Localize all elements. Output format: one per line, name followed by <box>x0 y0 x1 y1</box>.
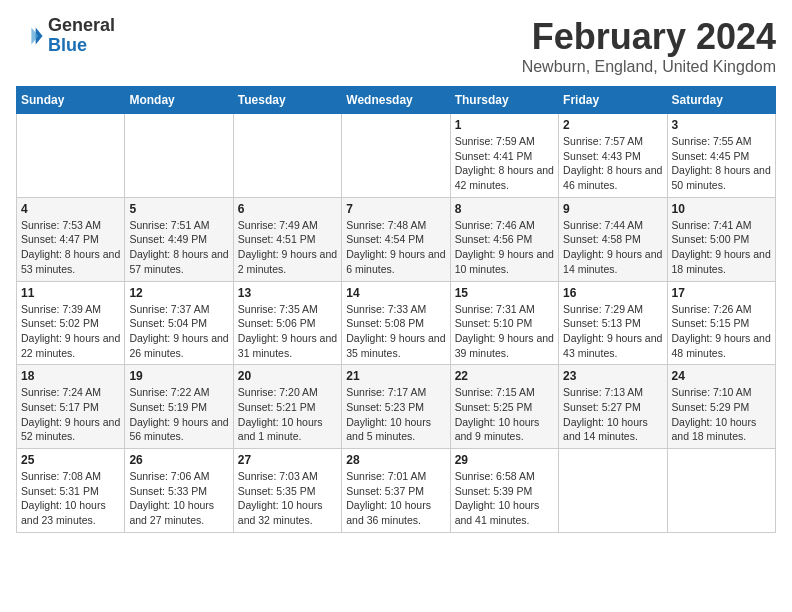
day-number: 17 <box>672 286 771 300</box>
calendar-cell: 6Sunrise: 7:49 AM Sunset: 4:51 PM Daylig… <box>233 197 341 281</box>
calendar-cell <box>17 114 125 198</box>
day-detail: Sunrise: 7:33 AM Sunset: 5:08 PM Dayligh… <box>346 302 445 361</box>
weekday-header-cell: Sunday <box>17 87 125 114</box>
calendar-cell: 26Sunrise: 7:06 AM Sunset: 5:33 PM Dayli… <box>125 449 233 533</box>
day-number: 3 <box>672 118 771 132</box>
day-number: 13 <box>238 286 337 300</box>
weekday-header-cell: Friday <box>559 87 667 114</box>
calendar-cell: 17Sunrise: 7:26 AM Sunset: 5:15 PM Dayli… <box>667 281 775 365</box>
calendar-cell: 18Sunrise: 7:24 AM Sunset: 5:17 PM Dayli… <box>17 365 125 449</box>
calendar-cell: 9Sunrise: 7:44 AM Sunset: 4:58 PM Daylig… <box>559 197 667 281</box>
day-number: 24 <box>672 369 771 383</box>
calendar-cell: 28Sunrise: 7:01 AM Sunset: 5:37 PM Dayli… <box>342 449 450 533</box>
calendar-cell: 20Sunrise: 7:20 AM Sunset: 5:21 PM Dayli… <box>233 365 341 449</box>
day-number: 1 <box>455 118 554 132</box>
calendar-cell: 5Sunrise: 7:51 AM Sunset: 4:49 PM Daylig… <box>125 197 233 281</box>
day-detail: Sunrise: 7:59 AM Sunset: 4:41 PM Dayligh… <box>455 134 554 193</box>
day-number: 27 <box>238 453 337 467</box>
day-detail: Sunrise: 7:20 AM Sunset: 5:21 PM Dayligh… <box>238 385 337 444</box>
day-number: 11 <box>21 286 120 300</box>
day-number: 23 <box>563 369 662 383</box>
calendar-cell <box>125 114 233 198</box>
calendar-cell: 3Sunrise: 7:55 AM Sunset: 4:45 PM Daylig… <box>667 114 775 198</box>
day-number: 6 <box>238 202 337 216</box>
calendar-cell: 22Sunrise: 7:15 AM Sunset: 5:25 PM Dayli… <box>450 365 558 449</box>
calendar-week-row: 25Sunrise: 7:08 AM Sunset: 5:31 PM Dayli… <box>17 449 776 533</box>
day-detail: Sunrise: 7:22 AM Sunset: 5:19 PM Dayligh… <box>129 385 228 444</box>
day-detail: Sunrise: 7:15 AM Sunset: 5:25 PM Dayligh… <box>455 385 554 444</box>
calendar-cell: 15Sunrise: 7:31 AM Sunset: 5:10 PM Dayli… <box>450 281 558 365</box>
day-detail: Sunrise: 7:29 AM Sunset: 5:13 PM Dayligh… <box>563 302 662 361</box>
calendar-cell <box>342 114 450 198</box>
day-detail: Sunrise: 7:39 AM Sunset: 5:02 PM Dayligh… <box>21 302 120 361</box>
calendar-week-row: 11Sunrise: 7:39 AM Sunset: 5:02 PM Dayli… <box>17 281 776 365</box>
calendar-cell: 29Sunrise: 6:58 AM Sunset: 5:39 PM Dayli… <box>450 449 558 533</box>
day-number: 20 <box>238 369 337 383</box>
day-number: 28 <box>346 453 445 467</box>
weekday-header-cell: Saturday <box>667 87 775 114</box>
day-number: 9 <box>563 202 662 216</box>
logo-icon <box>16 22 44 50</box>
day-detail: Sunrise: 7:44 AM Sunset: 4:58 PM Dayligh… <box>563 218 662 277</box>
main-title: February 2024 <box>522 16 776 58</box>
day-detail: Sunrise: 7:41 AM Sunset: 5:00 PM Dayligh… <box>672 218 771 277</box>
title-block: February 2024 Newburn, England, United K… <box>522 16 776 76</box>
day-number: 4 <box>21 202 120 216</box>
day-detail: Sunrise: 7:06 AM Sunset: 5:33 PM Dayligh… <box>129 469 228 528</box>
calendar-cell: 11Sunrise: 7:39 AM Sunset: 5:02 PM Dayli… <box>17 281 125 365</box>
day-number: 18 <box>21 369 120 383</box>
calendar-cell: 23Sunrise: 7:13 AM Sunset: 5:27 PM Dayli… <box>559 365 667 449</box>
day-detail: Sunrise: 7:26 AM Sunset: 5:15 PM Dayligh… <box>672 302 771 361</box>
day-number: 8 <box>455 202 554 216</box>
day-detail: Sunrise: 7:24 AM Sunset: 5:17 PM Dayligh… <box>21 385 120 444</box>
day-number: 29 <box>455 453 554 467</box>
weekday-header-cell: Thursday <box>450 87 558 114</box>
calendar-cell: 2Sunrise: 7:57 AM Sunset: 4:43 PM Daylig… <box>559 114 667 198</box>
logo: General Blue <box>16 16 115 56</box>
day-detail: Sunrise: 7:55 AM Sunset: 4:45 PM Dayligh… <box>672 134 771 193</box>
calendar-week-row: 4Sunrise: 7:53 AM Sunset: 4:47 PM Daylig… <box>17 197 776 281</box>
calendar-body: 1Sunrise: 7:59 AM Sunset: 4:41 PM Daylig… <box>17 114 776 533</box>
weekday-header-cell: Wednesday <box>342 87 450 114</box>
day-detail: Sunrise: 7:31 AM Sunset: 5:10 PM Dayligh… <box>455 302 554 361</box>
day-detail: Sunrise: 7:57 AM Sunset: 4:43 PM Dayligh… <box>563 134 662 193</box>
calendar-cell: 25Sunrise: 7:08 AM Sunset: 5:31 PM Dayli… <box>17 449 125 533</box>
day-detail: Sunrise: 7:10 AM Sunset: 5:29 PM Dayligh… <box>672 385 771 444</box>
calendar-cell: 27Sunrise: 7:03 AM Sunset: 5:35 PM Dayli… <box>233 449 341 533</box>
calendar-cell: 21Sunrise: 7:17 AM Sunset: 5:23 PM Dayli… <box>342 365 450 449</box>
calendar-cell: 8Sunrise: 7:46 AM Sunset: 4:56 PM Daylig… <box>450 197 558 281</box>
day-detail: Sunrise: 7:49 AM Sunset: 4:51 PM Dayligh… <box>238 218 337 277</box>
calendar-cell <box>233 114 341 198</box>
calendar-week-row: 18Sunrise: 7:24 AM Sunset: 5:17 PM Dayli… <box>17 365 776 449</box>
calendar-cell: 16Sunrise: 7:29 AM Sunset: 5:13 PM Dayli… <box>559 281 667 365</box>
weekday-header-cell: Monday <box>125 87 233 114</box>
day-detail: Sunrise: 7:01 AM Sunset: 5:37 PM Dayligh… <box>346 469 445 528</box>
day-number: 2 <box>563 118 662 132</box>
calendar-week-row: 1Sunrise: 7:59 AM Sunset: 4:41 PM Daylig… <box>17 114 776 198</box>
day-number: 7 <box>346 202 445 216</box>
weekday-header-cell: Tuesday <box>233 87 341 114</box>
page-header: General Blue February 2024 Newburn, Engl… <box>16 16 776 76</box>
calendar-cell: 10Sunrise: 7:41 AM Sunset: 5:00 PM Dayli… <box>667 197 775 281</box>
calendar-cell <box>667 449 775 533</box>
calendar-cell: 19Sunrise: 7:22 AM Sunset: 5:19 PM Dayli… <box>125 365 233 449</box>
day-detail: Sunrise: 7:08 AM Sunset: 5:31 PM Dayligh… <box>21 469 120 528</box>
day-number: 22 <box>455 369 554 383</box>
calendar-cell: 14Sunrise: 7:33 AM Sunset: 5:08 PM Dayli… <box>342 281 450 365</box>
calendar-cell <box>559 449 667 533</box>
day-detail: Sunrise: 6:58 AM Sunset: 5:39 PM Dayligh… <box>455 469 554 528</box>
day-detail: Sunrise: 7:35 AM Sunset: 5:06 PM Dayligh… <box>238 302 337 361</box>
day-number: 12 <box>129 286 228 300</box>
calendar-cell: 4Sunrise: 7:53 AM Sunset: 4:47 PM Daylig… <box>17 197 125 281</box>
calendar-cell: 13Sunrise: 7:35 AM Sunset: 5:06 PM Dayli… <box>233 281 341 365</box>
weekday-header-row: SundayMondayTuesdayWednesdayThursdayFrid… <box>17 87 776 114</box>
day-number: 25 <box>21 453 120 467</box>
day-number: 19 <box>129 369 228 383</box>
day-number: 15 <box>455 286 554 300</box>
day-number: 5 <box>129 202 228 216</box>
day-detail: Sunrise: 7:53 AM Sunset: 4:47 PM Dayligh… <box>21 218 120 277</box>
calendar-table: SundayMondayTuesdayWednesdayThursdayFrid… <box>16 86 776 533</box>
day-number: 10 <box>672 202 771 216</box>
day-detail: Sunrise: 7:13 AM Sunset: 5:27 PM Dayligh… <box>563 385 662 444</box>
day-number: 21 <box>346 369 445 383</box>
